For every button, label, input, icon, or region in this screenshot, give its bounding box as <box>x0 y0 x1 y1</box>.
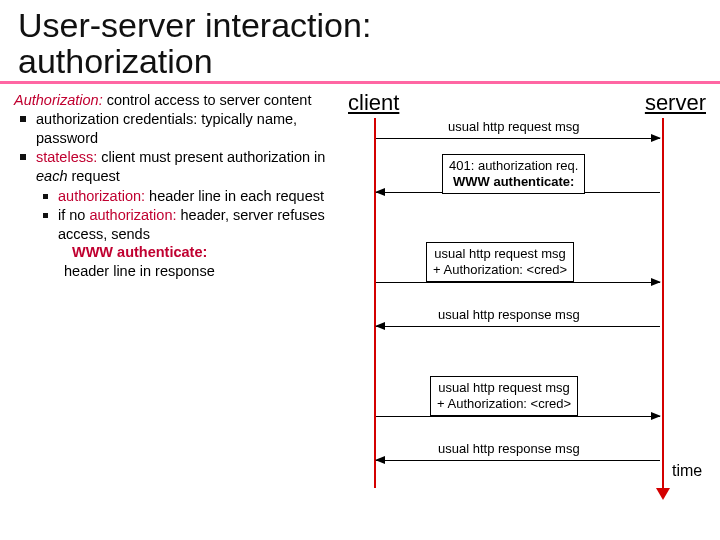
box-req-2: usual http request msg + Authorization: … <box>426 242 574 281</box>
title-line2: authorization <box>18 42 213 80</box>
box-401: 401: authorization req. WWW authenticate… <box>442 154 585 193</box>
msg-resp-3: usual http response msg <box>438 442 580 457</box>
response-line: header line in response <box>58 262 344 281</box>
authorization-word: Authorization: <box>14 92 103 108</box>
client-timeline <box>374 118 376 488</box>
sequence-diagram: client server time usual http request ms… <box>344 92 710 280</box>
left-column: Authorization: control access to server … <box>14 92 344 280</box>
time-arrow-icon <box>656 488 670 500</box>
authorization-def: Authorization: control access to server … <box>14 92 344 108</box>
arrow-resp-2 <box>376 326 660 327</box>
server-timeline <box>662 118 664 488</box>
msg-req-1: usual http request msg <box>448 120 580 135</box>
authorization-rest: control access to server content <box>103 92 312 108</box>
bullet-credentials: authorization credentials: typically nam… <box>14 110 344 147</box>
client-label: client <box>348 90 399 116</box>
arrow-req-3 <box>376 416 660 417</box>
arrow-req-1 <box>376 138 660 139</box>
title-line1: User-server interaction: <box>18 6 371 44</box>
slide-body: Authorization: control access to server … <box>0 84 720 280</box>
www-auth-label: WWW authenticate: <box>72 244 207 260</box>
sub-bullet-list: authorization: header line in each reque… <box>40 187 344 281</box>
bullet-list: authorization credentials: typically nam… <box>14 110 344 280</box>
arrow-req-2 <box>376 282 660 283</box>
bullet-stateless: stateless: client must present authoriza… <box>14 148 344 280</box>
sub-bullet-no-auth: if no authorization: header, server refu… <box>40 206 344 280</box>
slide-title: User-server interaction: authorization <box>0 0 720 84</box>
server-label: server <box>645 90 706 116</box>
box-req-3: usual http request msg + Authorization: … <box>430 376 578 415</box>
arrow-resp-3 <box>376 460 660 461</box>
time-label: time <box>672 462 702 480</box>
msg-resp-2: usual http response msg <box>438 308 580 323</box>
sub-bullet-auth-header: authorization: header line in each reque… <box>40 187 344 206</box>
